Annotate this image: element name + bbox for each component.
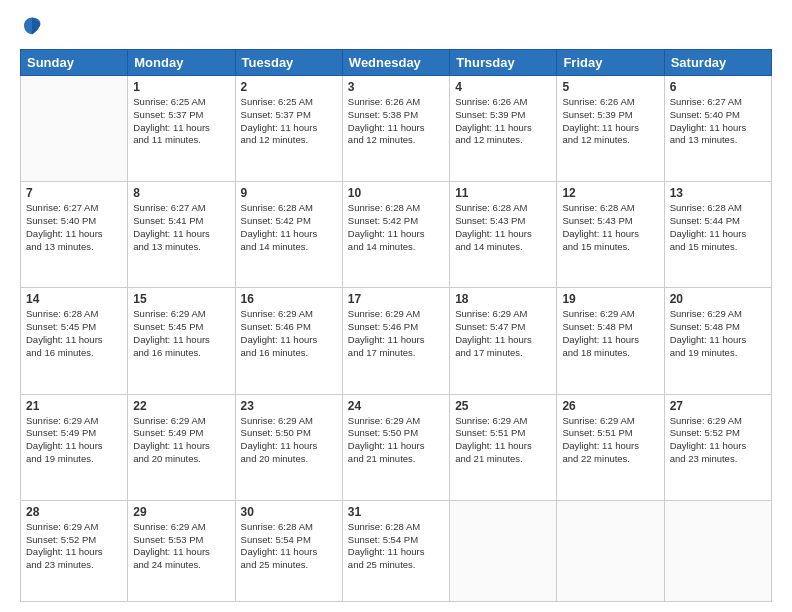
calendar-cell: 7Sunrise: 6:27 AM Sunset: 5:40 PM Daylig… xyxy=(21,182,128,288)
day-info: Sunrise: 6:29 AM Sunset: 5:51 PM Dayligh… xyxy=(562,415,658,466)
day-info: Sunrise: 6:26 AM Sunset: 5:39 PM Dayligh… xyxy=(455,96,551,147)
day-number: 10 xyxy=(348,186,444,200)
day-number: 18 xyxy=(455,292,551,306)
day-info: Sunrise: 6:29 AM Sunset: 5:48 PM Dayligh… xyxy=(670,308,766,359)
day-info: Sunrise: 6:26 AM Sunset: 5:39 PM Dayligh… xyxy=(562,96,658,147)
day-info: Sunrise: 6:29 AM Sunset: 5:49 PM Dayligh… xyxy=(26,415,122,466)
day-info: Sunrise: 6:29 AM Sunset: 5:49 PM Dayligh… xyxy=(133,415,229,466)
day-number: 4 xyxy=(455,80,551,94)
day-number: 28 xyxy=(26,505,122,519)
calendar-cell: 25Sunrise: 6:29 AM Sunset: 5:51 PM Dayli… xyxy=(450,394,557,500)
calendar-header-monday: Monday xyxy=(128,50,235,76)
calendar-cell: 18Sunrise: 6:29 AM Sunset: 5:47 PM Dayli… xyxy=(450,288,557,394)
calendar-cell: 17Sunrise: 6:29 AM Sunset: 5:46 PM Dayli… xyxy=(342,288,449,394)
header xyxy=(20,15,772,39)
day-info: Sunrise: 6:29 AM Sunset: 5:52 PM Dayligh… xyxy=(670,415,766,466)
calendar-cell xyxy=(664,500,771,601)
page: SundayMondayTuesdayWednesdayThursdayFrid… xyxy=(0,0,792,612)
day-info: Sunrise: 6:28 AM Sunset: 5:42 PM Dayligh… xyxy=(348,202,444,253)
day-info: Sunrise: 6:28 AM Sunset: 5:44 PM Dayligh… xyxy=(670,202,766,253)
day-number: 20 xyxy=(670,292,766,306)
day-number: 9 xyxy=(241,186,337,200)
day-info: Sunrise: 6:29 AM Sunset: 5:46 PM Dayligh… xyxy=(348,308,444,359)
day-info: Sunrise: 6:25 AM Sunset: 5:37 PM Dayligh… xyxy=(133,96,229,147)
day-number: 29 xyxy=(133,505,229,519)
day-info: Sunrise: 6:29 AM Sunset: 5:46 PM Dayligh… xyxy=(241,308,337,359)
day-info: Sunrise: 6:28 AM Sunset: 5:54 PM Dayligh… xyxy=(241,521,337,572)
day-number: 1 xyxy=(133,80,229,94)
calendar-cell: 27Sunrise: 6:29 AM Sunset: 5:52 PM Dayli… xyxy=(664,394,771,500)
day-info: Sunrise: 6:27 AM Sunset: 5:41 PM Dayligh… xyxy=(133,202,229,253)
calendar-header-saturday: Saturday xyxy=(664,50,771,76)
day-info: Sunrise: 6:27 AM Sunset: 5:40 PM Dayligh… xyxy=(26,202,122,253)
calendar-cell: 8Sunrise: 6:27 AM Sunset: 5:41 PM Daylig… xyxy=(128,182,235,288)
calendar-cell: 15Sunrise: 6:29 AM Sunset: 5:45 PM Dayli… xyxy=(128,288,235,394)
day-number: 23 xyxy=(241,399,337,413)
day-info: Sunrise: 6:29 AM Sunset: 5:48 PM Dayligh… xyxy=(562,308,658,359)
day-number: 2 xyxy=(241,80,337,94)
day-number: 12 xyxy=(562,186,658,200)
calendar-cell: 13Sunrise: 6:28 AM Sunset: 5:44 PM Dayli… xyxy=(664,182,771,288)
day-info: Sunrise: 6:29 AM Sunset: 5:53 PM Dayligh… xyxy=(133,521,229,572)
day-number: 21 xyxy=(26,399,122,413)
calendar-header-friday: Friday xyxy=(557,50,664,76)
calendar-table: SundayMondayTuesdayWednesdayThursdayFrid… xyxy=(20,49,772,602)
day-number: 27 xyxy=(670,399,766,413)
day-info: Sunrise: 6:26 AM Sunset: 5:38 PM Dayligh… xyxy=(348,96,444,147)
day-info: Sunrise: 6:28 AM Sunset: 5:42 PM Dayligh… xyxy=(241,202,337,253)
calendar-cell: 20Sunrise: 6:29 AM Sunset: 5:48 PM Dayli… xyxy=(664,288,771,394)
calendar-week-row: 28Sunrise: 6:29 AM Sunset: 5:52 PM Dayli… xyxy=(21,500,772,601)
day-number: 17 xyxy=(348,292,444,306)
day-number: 16 xyxy=(241,292,337,306)
calendar-cell xyxy=(21,76,128,182)
calendar-cell: 29Sunrise: 6:29 AM Sunset: 5:53 PM Dayli… xyxy=(128,500,235,601)
day-number: 14 xyxy=(26,292,122,306)
logo xyxy=(20,15,48,39)
day-number: 26 xyxy=(562,399,658,413)
calendar-cell: 30Sunrise: 6:28 AM Sunset: 5:54 PM Dayli… xyxy=(235,500,342,601)
calendar-cell: 6Sunrise: 6:27 AM Sunset: 5:40 PM Daylig… xyxy=(664,76,771,182)
calendar-week-row: 7Sunrise: 6:27 AM Sunset: 5:40 PM Daylig… xyxy=(21,182,772,288)
day-number: 11 xyxy=(455,186,551,200)
day-info: Sunrise: 6:25 AM Sunset: 5:37 PM Dayligh… xyxy=(241,96,337,147)
day-number: 25 xyxy=(455,399,551,413)
day-number: 22 xyxy=(133,399,229,413)
day-info: Sunrise: 6:28 AM Sunset: 5:54 PM Dayligh… xyxy=(348,521,444,572)
day-info: Sunrise: 6:28 AM Sunset: 5:45 PM Dayligh… xyxy=(26,308,122,359)
day-info: Sunrise: 6:27 AM Sunset: 5:40 PM Dayligh… xyxy=(670,96,766,147)
calendar-cell: 10Sunrise: 6:28 AM Sunset: 5:42 PM Dayli… xyxy=(342,182,449,288)
day-number: 3 xyxy=(348,80,444,94)
day-number: 19 xyxy=(562,292,658,306)
calendar-cell: 5Sunrise: 6:26 AM Sunset: 5:39 PM Daylig… xyxy=(557,76,664,182)
calendar-cell: 31Sunrise: 6:28 AM Sunset: 5:54 PM Dayli… xyxy=(342,500,449,601)
day-number: 5 xyxy=(562,80,658,94)
day-number: 8 xyxy=(133,186,229,200)
calendar-header-tuesday: Tuesday xyxy=(235,50,342,76)
calendar-header-row: SundayMondayTuesdayWednesdayThursdayFrid… xyxy=(21,50,772,76)
day-info: Sunrise: 6:28 AM Sunset: 5:43 PM Dayligh… xyxy=(562,202,658,253)
calendar-cell: 2Sunrise: 6:25 AM Sunset: 5:37 PM Daylig… xyxy=(235,76,342,182)
calendar-cell: 14Sunrise: 6:28 AM Sunset: 5:45 PM Dayli… xyxy=(21,288,128,394)
calendar-cell: 21Sunrise: 6:29 AM Sunset: 5:49 PM Dayli… xyxy=(21,394,128,500)
calendar-cell: 19Sunrise: 6:29 AM Sunset: 5:48 PM Dayli… xyxy=(557,288,664,394)
calendar-cell: 12Sunrise: 6:28 AM Sunset: 5:43 PM Dayli… xyxy=(557,182,664,288)
day-info: Sunrise: 6:29 AM Sunset: 5:50 PM Dayligh… xyxy=(241,415,337,466)
calendar-header-sunday: Sunday xyxy=(21,50,128,76)
calendar-cell xyxy=(557,500,664,601)
calendar-week-row: 1Sunrise: 6:25 AM Sunset: 5:37 PM Daylig… xyxy=(21,76,772,182)
calendar-header-thursday: Thursday xyxy=(450,50,557,76)
calendar-cell: 1Sunrise: 6:25 AM Sunset: 5:37 PM Daylig… xyxy=(128,76,235,182)
calendar-week-row: 14Sunrise: 6:28 AM Sunset: 5:45 PM Dayli… xyxy=(21,288,772,394)
day-info: Sunrise: 6:29 AM Sunset: 5:47 PM Dayligh… xyxy=(455,308,551,359)
calendar-cell: 22Sunrise: 6:29 AM Sunset: 5:49 PM Dayli… xyxy=(128,394,235,500)
day-number: 30 xyxy=(241,505,337,519)
calendar-cell: 3Sunrise: 6:26 AM Sunset: 5:38 PM Daylig… xyxy=(342,76,449,182)
calendar-header-wednesday: Wednesday xyxy=(342,50,449,76)
day-number: 24 xyxy=(348,399,444,413)
calendar-cell: 28Sunrise: 6:29 AM Sunset: 5:52 PM Dayli… xyxy=(21,500,128,601)
calendar-cell: 11Sunrise: 6:28 AM Sunset: 5:43 PM Dayli… xyxy=(450,182,557,288)
logo-icon xyxy=(20,15,44,39)
day-number: 31 xyxy=(348,505,444,519)
calendar-cell: 26Sunrise: 6:29 AM Sunset: 5:51 PM Dayli… xyxy=(557,394,664,500)
day-number: 13 xyxy=(670,186,766,200)
